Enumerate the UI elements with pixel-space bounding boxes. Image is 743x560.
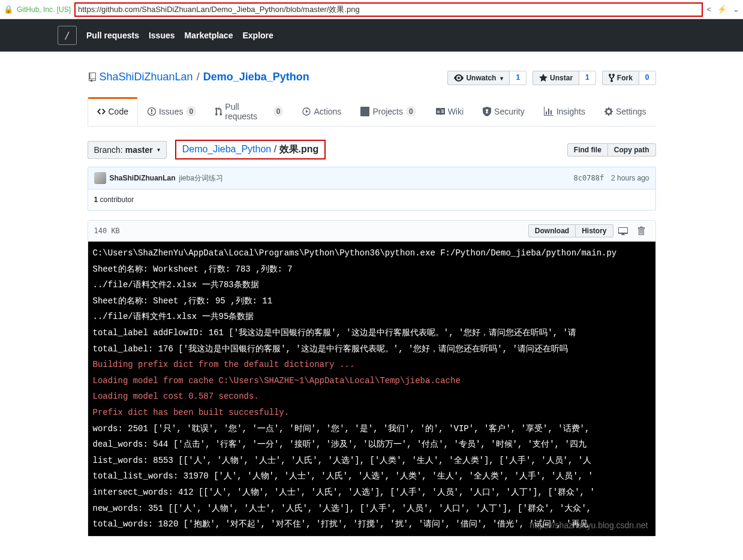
stdout-line: ../file/语料文件2.xlsx 一共783条数据 xyxy=(93,277,651,293)
star-count[interactable]: 1 xyxy=(579,71,596,85)
nav-marketplace[interactable]: Marketplace xyxy=(185,31,233,40)
history-button[interactable]: History xyxy=(576,224,613,237)
play-icon xyxy=(302,107,311,116)
owner-link[interactable]: ShaShiDiZhuanLan xyxy=(100,71,193,83)
stdout-line: list_words: 8553 [['人', '人物', '人士', '人氏'… xyxy=(93,453,651,469)
star-icon xyxy=(539,73,548,83)
fork-count[interactable]: 0 xyxy=(639,71,656,85)
tab-wiki[interactable]: Wiki xyxy=(426,97,473,126)
stdout-line: total_list_words: 31970 ['人', '人物', '人士'… xyxy=(93,468,651,484)
stdout-line: total_label: 176 ['我这边是中国银行的客服', '这边是中行客… xyxy=(93,341,651,357)
star-action: Unstar 1 xyxy=(533,71,596,85)
commit-message[interactable]: jieba分词练习 xyxy=(179,173,223,183)
stderr-line: Prefix dict has been built succesfully. xyxy=(93,405,651,421)
commit-tease: ShaShiDiZhuanLan jieba分词练习 8c0788f 2 hou… xyxy=(88,167,656,189)
repo-nav: Code Issues0 Pull requests0 Actions Proj… xyxy=(88,97,656,127)
lock-icon: 🔒 xyxy=(4,5,13,14)
tab-actions[interactable]: Actions xyxy=(293,97,351,126)
shield-icon xyxy=(483,107,491,116)
graph-icon xyxy=(544,107,554,116)
pr-icon xyxy=(215,107,222,116)
tab-projects[interactable]: Projects0 xyxy=(351,97,425,126)
chevron-down-icon[interactable]: ⌄ xyxy=(733,5,739,14)
fork-action: Fork 0 xyxy=(602,71,656,85)
trash-icon[interactable] xyxy=(633,224,649,238)
branch-select[interactable]: Branch: master xyxy=(88,141,167,159)
tab-security[interactable]: Security xyxy=(473,97,534,126)
contributors[interactable]: 1 contributor xyxy=(88,189,656,210)
stdout-line: total_label addFlowID: 161 ['我这边是中国银行的客服… xyxy=(93,325,651,341)
repo-icon xyxy=(88,73,97,82)
stdout-line: words: 2501 ['只', '耽误', '您', '一点', '时间',… xyxy=(93,421,651,437)
stderr-line: Loading model cost 0.587 seconds. xyxy=(93,389,651,405)
file-box: 140 KB Download History C:\Users\ShaZhen… xyxy=(88,220,656,537)
stderr-line: Building prefix dict from the default di… xyxy=(93,357,651,373)
copy-path-button[interactable]: Copy path xyxy=(608,143,656,156)
avatar[interactable] xyxy=(94,172,106,184)
stdout-line: intersect_words: 412 [['人', '人物', '人士', … xyxy=(93,484,651,501)
repo-head: ShaShiDiZhuanLan / Demo_Jieba_Python Unw… xyxy=(88,61,656,85)
stdout-line: ../file/语料文件1.xlsx 一共95条数据 xyxy=(93,309,651,325)
tab-insights[interactable]: Insights xyxy=(534,97,595,126)
code-icon xyxy=(97,107,106,116)
cert-org: GitHub, Inc. [US] xyxy=(17,5,71,14)
stdout-line: deal_words: 544 ['点击', '行客', '一分', '接听',… xyxy=(93,436,651,453)
tab-settings[interactable]: Settings xyxy=(595,97,656,126)
breadcrumb-root[interactable]: Demo_Jieba_Python xyxy=(182,144,272,154)
url-input[interactable]: https://github.com/ShaShiDiZhuanLan/Demo… xyxy=(74,2,703,17)
share-icon[interactable]: < xyxy=(706,5,711,14)
tab-code[interactable]: Code xyxy=(88,97,138,126)
file-size: 140 KB xyxy=(94,227,120,235)
watch-count[interactable]: 1 xyxy=(510,71,527,85)
fork-icon xyxy=(609,73,615,83)
file-header: 140 KB Download History xyxy=(88,221,655,242)
watch-action: Unwatch 1 xyxy=(447,71,527,85)
nav-pull-requests[interactable]: Pull requests xyxy=(86,31,139,40)
nav-issues[interactable]: Issues xyxy=(149,31,175,40)
stdout-line: C:\Users\ShaZhenYu\AppData\Local\Program… xyxy=(93,245,651,261)
eye-icon xyxy=(454,73,464,83)
fork-button[interactable]: Fork xyxy=(602,71,639,85)
commit-sha[interactable]: 8c0788f xyxy=(574,174,604,182)
gear-icon xyxy=(604,107,613,116)
breadcrumb-file: 效果.png xyxy=(279,144,319,154)
project-icon xyxy=(360,107,369,116)
stdout-line: Sheet的名称: Worksheet ,行数: 783 ,列数: 7 xyxy=(93,261,651,278)
repo-title: ShaShiDiZhuanLan / Demo_Jieba_Python xyxy=(88,71,309,83)
find-file-button[interactable]: Find file xyxy=(567,143,608,156)
stdout-line: Sheet的名称: Sheet ,行数: 95 ,列数: 11 xyxy=(93,293,651,309)
stdout-line: new_words: 351 [['人', '人物', '人士', '人氏', … xyxy=(93,501,651,517)
file-nav: Branch: master Demo_Jieba_Python / 效果.pn… xyxy=(88,133,656,159)
file-content: C:\Users\ShaZhenYu\AppData\Local\Program… xyxy=(88,242,655,536)
repo-link[interactable]: Demo_Jieba_Python xyxy=(203,71,309,83)
stderr-line: Loading model from cache C:\Users\SHAZHE… xyxy=(93,373,651,389)
commit-time: 2 hours ago xyxy=(611,174,649,182)
nav-explore[interactable]: Explore xyxy=(242,31,273,40)
desktop-icon[interactable] xyxy=(613,224,633,238)
tab-issues[interactable]: Issues0 xyxy=(138,97,206,126)
tab-pull-requests[interactable]: Pull requests0 xyxy=(206,97,293,126)
github-icon[interactable]: / xyxy=(58,26,77,45)
commit-author[interactable]: ShaShiDiZhuanLan xyxy=(110,174,176,182)
unwatch-button[interactable]: Unwatch xyxy=(447,71,510,85)
bolt-icon[interactable]: ⚡ xyxy=(717,5,727,14)
issue-icon xyxy=(148,107,156,116)
download-button[interactable]: Download xyxy=(528,224,576,237)
address-bar: 🔒 GitHub, Inc. [US] https://github.com/S… xyxy=(0,0,743,19)
site-header: / Pull requests Issues Marketplace Explo… xyxy=(0,19,743,52)
breadcrumb: Demo_Jieba_Python / 效果.png xyxy=(175,140,326,159)
unstar-button[interactable]: Unstar xyxy=(533,71,579,85)
watermark: https://shazhenyu.blog.csdn.net xyxy=(530,520,648,530)
book-icon xyxy=(435,107,445,116)
